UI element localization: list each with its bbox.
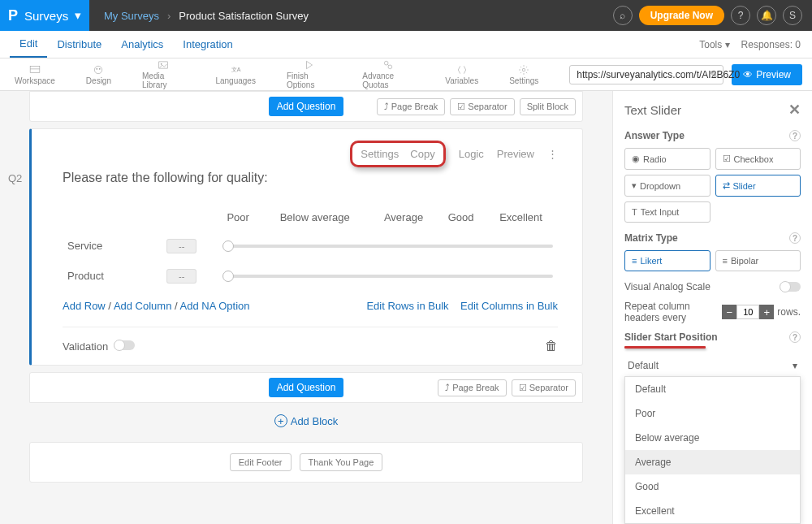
repeat-value-input[interactable] [736, 305, 759, 319]
tool-media[interactable]: Media Library [142, 59, 184, 89]
row-label[interactable]: Service [64, 232, 162, 260]
chevron-down-icon: ▾ [75, 8, 81, 23]
side-panel: Text Slider ✕ Answer Type? ◉Radio ☑Check… [612, 91, 812, 524]
tool-languages[interactable]: 文ALanguages [215, 64, 256, 85]
tool-quotas[interactable]: Advance Quotas [362, 59, 414, 89]
edit-footer-button[interactable]: Edit Footer [230, 453, 292, 471]
q-settings[interactable]: Settings [361, 148, 399, 160]
add-column-link[interactable]: Add Column [114, 300, 172, 312]
opt-slider[interactable]: ⇄Slider [715, 175, 801, 197]
opt-likert[interactable]: ≡Likert [624, 250, 710, 271]
q-logic[interactable]: Logic [459, 148, 484, 160]
help-icon[interactable]: ? [789, 331, 801, 343]
repeat-headers-label: Repeat column headers every [624, 301, 722, 323]
thank-you-button[interactable]: Thank You Page [300, 453, 383, 471]
add-block-button[interactable]: +Add Block [29, 414, 583, 427]
survey-url[interactable]: https://surveyanalytics.com/t/AI2B6Z0✎ [569, 65, 723, 84]
tab-distribute[interactable]: Distribute [47, 32, 111, 57]
slider[interactable] [226, 275, 553, 278]
dd-item[interactable]: Average [625, 450, 800, 474]
trash-icon[interactable]: 🗑 [545, 339, 558, 353]
dd-item[interactable]: Poor [625, 401, 800, 426]
dd-item[interactable]: Default [625, 377, 800, 401]
avatar[interactable]: S [783, 6, 802, 25]
slider-thumb[interactable] [222, 271, 234, 282]
side-title: Text Slider [624, 103, 681, 117]
slider-matrix: Poor Below average Average Good Excellen… [63, 203, 558, 292]
breadcrumb-root[interactable]: My Surveys [104, 10, 159, 22]
eye-icon: 👁 [743, 69, 753, 80]
question-number: Q2 [8, 172, 22, 184]
chevron-down-icon: ▾ [793, 360, 797, 371]
validation-toggle[interactable] [114, 340, 135, 350]
visual-analog-toggle[interactable] [780, 282, 801, 292]
slider-thumb[interactable] [222, 240, 234, 252]
edit-cols-bulk-link[interactable]: Edit Columns in Bulk [460, 300, 558, 312]
dd-item[interactable]: Excellent [625, 499, 800, 523]
help-icon[interactable]: ? [789, 232, 801, 244]
separator-chip[interactable]: ☑ Separator [512, 379, 576, 396]
tab-edit[interactable]: Edit [10, 31, 47, 58]
tab-analytics[interactable]: Analytics [111, 32, 173, 57]
row-label[interactable]: Product [64, 262, 162, 290]
add-question-button[interactable]: Add Question [269, 378, 344, 397]
opt-dropdown[interactable]: ▾Dropdown [624, 175, 710, 197]
slider-start-dropdown[interactable]: Default▾ Default Poor Below average Aver… [624, 355, 801, 377]
add-na-link[interactable]: Add NA Option [180, 300, 250, 312]
visual-analog-label: Visual Analog Scale [624, 281, 710, 292]
help-icon[interactable]: ? [789, 130, 801, 141]
tools-dropdown[interactable]: Tools ▾ [699, 39, 729, 50]
svg-point-11 [522, 68, 525, 71]
edit-rows-bulk-link[interactable]: Edit Rows in Bulk [366, 300, 448, 312]
opt-radio[interactable]: ◉Radio [624, 148, 710, 170]
page-break-chip[interactable]: ⤴ Page Break [377, 98, 446, 115]
slider-row: Product -- [64, 262, 556, 290]
search-icon[interactable]: ⌕ [613, 6, 633, 25]
tool-variables[interactable]: Variables [445, 64, 478, 85]
question-card: Settings Copy Logic Preview ⋮ Please rat… [29, 128, 583, 366]
topbar: P Surveys ▾ My Surveys › Product Satisfa… [0, 0, 812, 31]
matrix-edit-links: Add Row / Add Column / Add NA Option Edi… [63, 300, 558, 312]
dd-item[interactable]: Good [625, 474, 800, 499]
opt-text[interactable]: TText Input [624, 201, 710, 223]
app-logo[interactable]: P Surveys ▾ [0, 0, 89, 31]
separator-chip[interactable]: ☑ Separator [450, 98, 514, 115]
radio-icon: ◉ [632, 154, 640, 164]
slider-icon: ⇄ [723, 180, 730, 191]
repeat-stepper[interactable]: − + [722, 305, 774, 319]
svg-point-2 [95, 66, 102, 73]
question-title[interactable]: Please rate the following for quality: [63, 171, 558, 185]
q-preview[interactable]: Preview [497, 148, 534, 160]
opt-bipolar[interactable]: ≡Bipolar [715, 250, 801, 271]
q-copy[interactable]: Copy [410, 148, 434, 160]
preview-button[interactable]: 👁Preview [732, 64, 802, 85]
bipolar-icon: ≡ [723, 256, 728, 266]
kebab-icon[interactable]: ⋮ [547, 148, 558, 160]
dd-item[interactable]: Below average [625, 426, 800, 450]
svg-point-9 [388, 65, 392, 69]
plus-button[interactable]: + [759, 305, 774, 319]
opt-checkbox[interactable]: ☑Checkbox [715, 148, 801, 170]
tool-settings[interactable]: Settings [509, 64, 538, 85]
slider[interactable] [226, 245, 553, 248]
page-break-chip[interactable]: ⤴ Page Break [438, 379, 507, 396]
upgrade-button[interactable]: Upgrade Now [639, 6, 724, 25]
split-block-chip[interactable]: Split Block [520, 98, 576, 115]
reset-button[interactable]: -- [166, 269, 197, 284]
tab-integration[interactable]: Integration [173, 32, 242, 57]
tool-finish[interactable]: Finish Options [287, 59, 331, 89]
matrix-type-label: Matrix Type [624, 232, 678, 244]
reset-button[interactable]: -- [166, 239, 197, 253]
col-header: Below average [261, 205, 369, 230]
help-icon[interactable]: ? [731, 6, 750, 25]
bell-icon[interactable]: 🔔 [757, 6, 776, 25]
add-question-button[interactable]: Add Question [269, 97, 344, 116]
close-icon[interactable]: ✕ [788, 101, 801, 119]
tool-design[interactable]: Design [86, 64, 111, 85]
minus-button[interactable]: − [722, 305, 736, 319]
svg-rect-0 [30, 66, 40, 72]
logo-icon: P [8, 7, 18, 24]
add-row-link[interactable]: Add Row [63, 300, 106, 312]
pencil-icon[interactable]: ✎ [710, 69, 718, 80]
tool-workspace[interactable]: Workspace [15, 64, 55, 85]
